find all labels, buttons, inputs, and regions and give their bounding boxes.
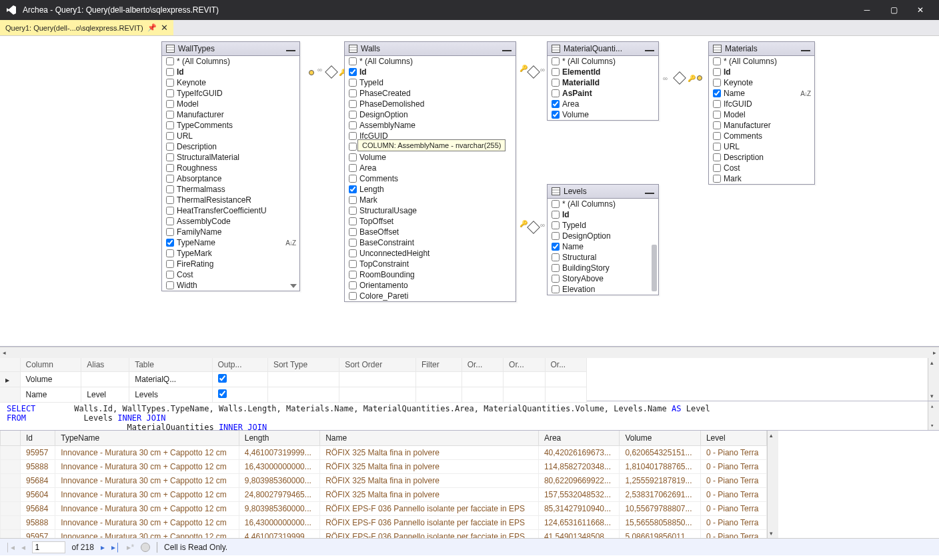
column-checkbox[interactable] [713,164,721,172]
column-row[interactable]: TopOffset [345,216,516,227]
column-row[interactable]: TypeId [345,77,516,88]
results-header[interactable]: Id [21,431,55,446]
column-row[interactable]: Cost [162,269,299,280]
column-row[interactable]: DesignOption [345,109,516,120]
table-walltypes[interactable]: WallTypes * (All Columns)IdKeynoteTypeIf… [161,41,300,291]
column-row[interactable]: Roughness [162,163,299,173]
pin-icon[interactable]: 📌 [147,23,157,32]
table-header[interactable]: Levels [548,185,658,199]
column-row[interactable]: Manufacturer [709,120,814,131]
column-checkbox[interactable] [166,79,174,87]
column-row[interactable]: Comments [345,173,516,184]
results-header[interactable]: Level [700,431,766,446]
nav-prev-button[interactable]: ◂ [21,543,25,552]
column-checkbox[interactable] [349,132,357,140]
results-cell[interactable]: RÖFIX 325 Malta fina in polvere [320,474,539,488]
results-cell[interactable]: Innovance - Muratura 30 cm + Cappotto 12… [55,474,239,488]
results-cell[interactable]: 16,43000000000... [239,460,320,474]
results-cell[interactable]: 85,31427910940... [538,502,620,516]
column-row[interactable]: Mark [709,173,814,184]
criteria-row[interactable]: NameLevelLevels [0,387,587,403]
column-row[interactable]: Colore_Pareti [345,291,516,301]
results-cell[interactable]: 41,54901348508... [538,530,620,539]
results-cell[interactable]: 95888 [21,460,55,474]
results-cell[interactable]: 24,80027979465... [239,488,320,502]
nav-stop-icon[interactable] [141,543,150,552]
criteria-cell[interactable]: Volume [20,372,81,387]
column-row[interactable]: FamilyName [162,227,299,237]
column-row[interactable]: MaterialId [548,77,658,88]
results-cell[interactable]: 95684 [21,474,55,488]
criteria-output[interactable] [212,387,267,403]
column-checkbox[interactable] [552,221,560,229]
column-checkbox[interactable] [349,121,357,129]
results-row[interactable]: 95888Innovance - Muratura 30 cm + Cappot… [1,460,767,474]
criteria-cell[interactable] [504,387,545,403]
column-checkbox[interactable] [349,271,357,279]
criteria-cell[interactable]: Name [20,387,81,403]
column-checkbox[interactable] [166,239,174,247]
row-selector[interactable] [1,460,21,474]
results-cell[interactable]: 4,461007319999... [239,530,320,539]
criteria-vscroll[interactable] [928,358,939,401]
criteria-header[interactable]: Outp... [212,358,267,372]
column-checkbox[interactable] [166,217,174,225]
column-checkbox[interactable] [166,100,174,108]
results-row[interactable]: 95684Innovance - Muratura 30 cm + Cappot… [1,502,767,516]
results-header[interactable]: Length [239,431,320,446]
column-row[interactable]: * (All Columns) [162,56,299,67]
column-row[interactable]: Id [345,67,516,77]
column-checkbox[interactable] [349,228,357,236]
column-row[interactable]: TypeIfcGUID [162,88,299,99]
results-cell[interactable]: 40,42026169673... [538,446,620,460]
results-cell[interactable]: RÖFIX EPS-F 036 Pannello isolante per fa… [320,516,539,530]
row-selector[interactable] [1,530,21,539]
results-cell[interactable]: Innovance - Muratura 30 cm + Cappotto 12… [55,460,239,474]
results-cell[interactable]: 95604 [21,488,55,502]
criteria-cell[interactable] [416,387,462,403]
results-cell[interactable]: Innovance - Muratura 30 cm + Cappotto 12… [55,502,239,516]
column-row[interactable]: Name [548,241,658,252]
results-cell[interactable]: 1,255592187819... [620,474,701,488]
results-cell[interactable]: RÖFIX 325 Malta fina in polvere [320,460,539,474]
relation-diamond-icon[interactable] [527,65,540,79]
column-row[interactable]: Thermalmass [162,184,299,195]
criteria-row[interactable]: VolumeMaterialQ... [0,372,587,387]
column-row[interactable]: Manufacturer [162,109,299,120]
column-checkbox[interactable] [349,239,357,247]
column-row[interactable]: BaseConstraint [345,237,516,248]
minimize-icon[interactable] [801,49,810,51]
column-row[interactable]: Elevation [548,284,658,295]
column-row[interactable]: Cost [709,163,814,173]
column-row[interactable]: Id [548,209,658,220]
column-row[interactable]: RoomBounding [345,269,516,280]
column-row[interactable]: * (All Columns) [345,56,516,67]
results-cell[interactable]: 95957 [21,530,55,539]
column-checkbox[interactable] [713,175,721,183]
results-cell[interactable]: 0 - Piano Terra [700,502,766,516]
column-row[interactable]: * (All Columns) [548,56,658,67]
column-checkbox[interactable] [349,249,357,257]
column-row[interactable]: TypeComments [162,120,299,131]
criteria-cell[interactable] [81,372,129,387]
criteria-header[interactable]: Alias [81,358,129,372]
nav-first-button[interactable]: │◂ [5,543,15,552]
results-cell[interactable]: RÖFIX 325 Malta fina in polvere [320,488,539,502]
column-row[interactable]: NameA↓Z [709,88,814,99]
column-checkbox[interactable] [713,132,721,140]
column-row[interactable]: Model [162,99,299,109]
row-selector[interactable] [1,502,21,516]
row-selector[interactable] [1,516,21,530]
close-button[interactable]: ✕ [907,0,934,20]
results-cell[interactable]: 95684 [21,502,55,516]
criteria-output[interactable] [212,372,267,387]
column-checkbox[interactable] [166,57,174,65]
column-row[interactable]: Id [709,67,814,77]
criteria-cell[interactable]: Levels [129,387,212,403]
minimize-button[interactable]: ─ [854,0,880,20]
column-row[interactable]: Description [162,141,299,152]
column-row[interactable]: DesignOption [548,231,658,241]
dropdown-arrow-icon[interactable] [290,284,297,288]
results-header[interactable]: Volume [620,431,701,446]
column-row[interactable]: Volume [548,109,658,120]
